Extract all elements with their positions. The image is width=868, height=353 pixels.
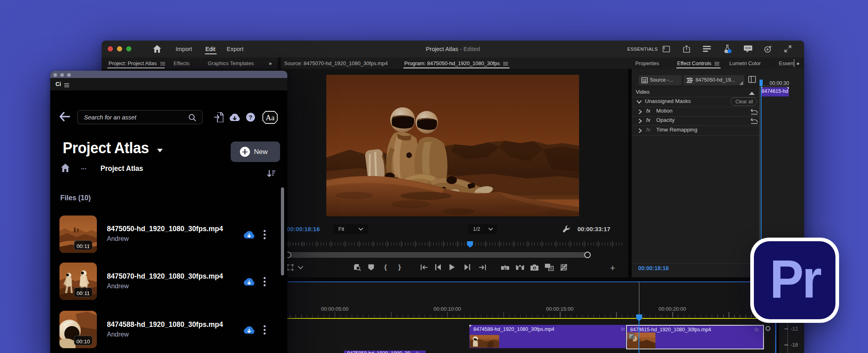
svg-text:Aa: Aa bbox=[266, 113, 275, 122]
svg-text:?: ? bbox=[249, 114, 252, 121]
